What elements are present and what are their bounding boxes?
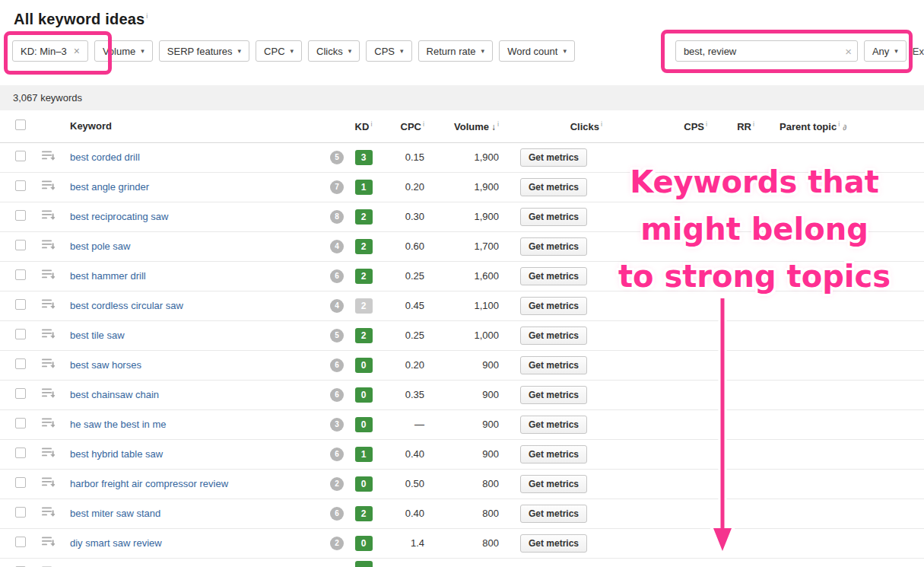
add-to-list-icon[interactable] [42, 388, 55, 399]
get-metrics-button[interactable]: Get metrics [520, 534, 587, 553]
keyword-link[interactable]: best chainsaw chain [70, 389, 159, 400]
row-checkbox[interactable] [15, 507, 26, 518]
group-count-badge[interactable]: 8 [330, 210, 344, 224]
add-to-list-icon[interactable] [42, 448, 55, 458]
add-to-list-icon[interactable] [42, 269, 55, 280]
keyword-link[interactable]: harbor freight air compressor review [70, 478, 228, 489]
filter-cpc-dropdown[interactable]: CPC▾ [256, 40, 302, 62]
col-header-rr[interactable]: RRi [713, 110, 760, 142]
row-checkbox[interactable] [15, 210, 26, 221]
kd-filter-label: KD: Min–3 [21, 46, 67, 57]
row-checkbox[interactable] [15, 477, 26, 488]
group-count-badge[interactable]: 6 [330, 358, 344, 372]
row-checkbox[interactable] [15, 329, 26, 339]
get-metrics-button[interactable]: Get metrics [520, 297, 587, 315]
include-search-input[interactable] [675, 40, 858, 62]
clear-search-icon[interactable]: × [845, 45, 852, 58]
keyword-link[interactable]: best saw horses [70, 359, 141, 371]
get-metrics-button[interactable]: Get metrics [520, 148, 587, 167]
col-header-cpc[interactable]: CPCi [382, 110, 430, 142]
group-count-badge[interactable]: 6 [330, 448, 344, 461]
keyword-link[interactable]: best miter saw stand [70, 508, 160, 519]
row-checkbox[interactable] [15, 388, 26, 399]
group-count-badge[interactable]: 6 [330, 269, 344, 283]
group-count-badge[interactable]: 6 [330, 507, 344, 521]
match-mode-dropdown[interactable]: Any▾ [864, 40, 907, 62]
col-header-clicks[interactable]: Clicksi [505, 110, 608, 142]
cpc-value: 0.45 [382, 291, 430, 320]
group-count-badge[interactable]: 2 [330, 477, 344, 491]
filter-serp-features-dropdown[interactable]: SERP features▾ [159, 40, 249, 62]
volume-value: 900 [430, 439, 505, 469]
filter-volume-dropdown[interactable]: Volume▾ [94, 40, 153, 62]
get-metrics-button[interactable]: Get metrics [520, 178, 587, 196]
keyword-link[interactable]: best hammer drill [70, 270, 146, 282]
col-header-kd[interactable]: KDi [345, 110, 382, 142]
keyword-link[interactable]: he saw the best in me [70, 419, 166, 430]
add-to-list-icon[interactable] [42, 507, 55, 518]
cps-cell [608, 202, 713, 231]
add-to-list-icon[interactable] [42, 151, 55, 161]
get-metrics-button[interactable]: Get metrics [520, 475, 587, 493]
add-to-list-icon[interactable] [42, 329, 55, 339]
filter-word-count-dropdown[interactable]: Word count▾ [499, 40, 575, 62]
cpc-value: 0.15 [382, 142, 430, 172]
col-header-volume[interactable]: Volume↓i [430, 110, 505, 142]
keyword-link[interactable]: diy smart saw review [70, 537, 162, 549]
col-header-keyword[interactable]: Keyword [64, 110, 315, 142]
row-checkbox[interactable] [15, 151, 26, 161]
keyword-link[interactable]: best reciprocating saw [70, 211, 168, 222]
group-count-badge[interactable]: 4 [330, 240, 344, 253]
keyword-link[interactable]: best corded drill [70, 151, 140, 163]
col-header-parent-topic[interactable]: Parent topici∂ [760, 110, 924, 142]
group-count-badge[interactable]: 3 [330, 418, 344, 432]
exclude-filter-clipped[interactable]: Ex [913, 46, 924, 57]
group-count-badge[interactable]: 5 [330, 329, 344, 342]
remove-filter-icon[interactable]: × [74, 46, 80, 56]
cps-cell [608, 469, 713, 499]
add-to-list-icon[interactable] [42, 358, 55, 369]
filter-return-rate-dropdown[interactable]: Return rate▾ [418, 40, 494, 62]
add-to-list-icon[interactable] [42, 210, 55, 221]
add-to-list-icon[interactable] [42, 418, 55, 428]
get-metrics-button[interactable]: Get metrics [520, 208, 587, 226]
get-metrics-button[interactable]: Get metrics [520, 327, 587, 345]
get-metrics-button[interactable]: Get metrics [520, 386, 587, 404]
row-checkbox[interactable] [15, 299, 26, 310]
filter-clicks-dropdown[interactable]: Clicks▾ [308, 40, 360, 62]
get-metrics-button[interactable]: Get metrics [520, 505, 587, 523]
kd-filter-chip[interactable]: KD: Min–3 × [12, 40, 88, 62]
keyword-link[interactable]: best pole saw [70, 240, 131, 252]
add-to-list-icon[interactable] [42, 477, 55, 488]
keyword-link[interactable]: best tile saw [70, 330, 125, 341]
get-metrics-button[interactable]: Get metrics [520, 356, 587, 374]
row-checkbox[interactable] [15, 358, 26, 369]
get-metrics-button[interactable]: Get metrics [520, 445, 587, 463]
keyword-link[interactable]: best cordless circular saw [70, 300, 183, 311]
keyword-link[interactable]: best hybrid table saw [70, 448, 163, 460]
group-count-badge[interactable]: 7 [330, 180, 344, 194]
volume-value: 900 [430, 350, 505, 380]
group-count-badge[interactable]: 5 [330, 151, 344, 164]
group-count-badge[interactable]: 2 [330, 537, 344, 550]
group-count-badge[interactable]: 6 [330, 388, 344, 402]
row-checkbox[interactable] [15, 418, 26, 428]
get-metrics-button[interactable]: Get metrics [520, 237, 587, 256]
filter-cps-dropdown[interactable]: CPS▾ [366, 40, 411, 62]
add-to-list-icon[interactable] [42, 240, 55, 250]
add-to-list-icon[interactable] [42, 180, 55, 191]
row-checkbox[interactable] [15, 448, 26, 458]
get-metrics-button[interactable]: Get metrics [520, 416, 587, 434]
keyword-link[interactable]: best angle grinder [70, 181, 149, 193]
row-checkbox[interactable] [15, 240, 26, 250]
group-count-badge[interactable]: 4 [330, 299, 344, 313]
add-to-list-icon[interactable] [42, 537, 55, 547]
row-checkbox[interactable] [15, 269, 26, 280]
row-checkbox[interactable] [15, 537, 26, 547]
add-to-list-icon[interactable] [42, 299, 55, 310]
col-header-cps[interactable]: CPSi [608, 110, 713, 142]
select-all-checkbox[interactable] [15, 119, 26, 130]
get-metrics-button[interactable]: Get metrics [520, 267, 587, 285]
kd-badge: 1 [355, 180, 373, 195]
row-checkbox[interactable] [15, 180, 26, 191]
